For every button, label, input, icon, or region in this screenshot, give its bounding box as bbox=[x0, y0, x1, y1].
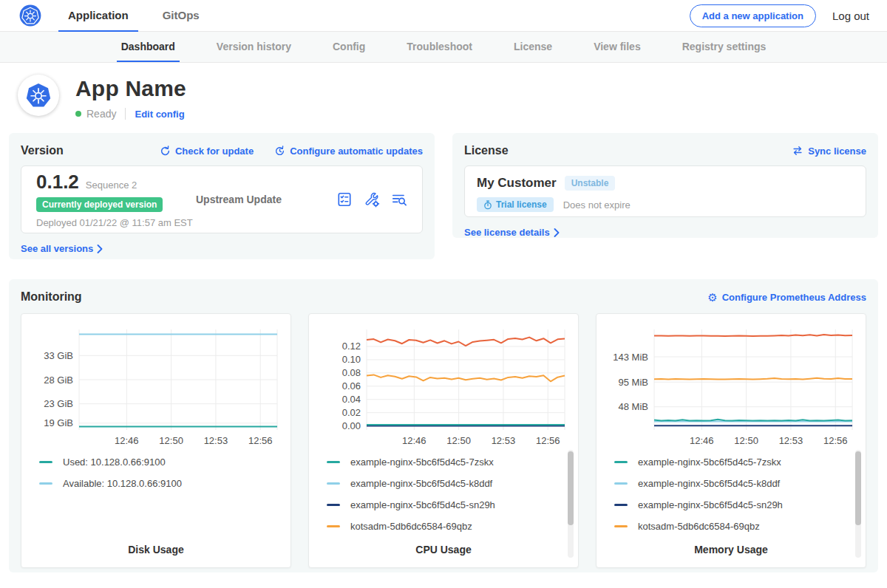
subnav-tab-dashboard[interactable]: Dashboard bbox=[101, 32, 196, 62]
svg-text:0.12: 0.12 bbox=[342, 341, 361, 352]
legend-scrollbar[interactable] bbox=[855, 450, 861, 558]
legend-label: example-nginx-5bc6f5d4c5-sn29h bbox=[638, 499, 783, 510]
legend-swatch bbox=[327, 504, 340, 506]
svg-text:12:56: 12:56 bbox=[823, 435, 848, 446]
svg-text:95 MiB: 95 MiB bbox=[619, 377, 648, 388]
legend-item: Available: 10.128.0.66:9100 bbox=[39, 473, 290, 494]
legend-scrollbar-thumb[interactable] bbox=[568, 451, 574, 525]
chart-card-memory-usage: 12:4612:5012:5312:56143 MiB95 MiB48 MiBe… bbox=[596, 313, 866, 568]
stopwatch-icon bbox=[483, 200, 492, 210]
legend-item: example-nginx-5bc6f5d4c5-7zskx bbox=[327, 451, 578, 473]
trial-license-badge: Trial license bbox=[477, 197, 554, 212]
version-card: Version Check for update Configure au bbox=[9, 133, 435, 259]
legend-item: kotsadm-5db6dc6584-69qbz bbox=[327, 516, 578, 537]
chart-plot: 12:4612:5012:5312:560.120.100.080.060.04… bbox=[313, 321, 574, 448]
configure-prometheus-link[interactable]: ⚙ Configure Prometheus Address bbox=[707, 292, 866, 303]
app-sub-nav: DashboardVersion historyConfigTroublesho… bbox=[0, 32, 887, 63]
subnav-tab-version-history[interactable]: Version history bbox=[196, 32, 312, 62]
svg-text:12:53: 12:53 bbox=[779, 435, 803, 446]
chart-title: Memory Usage bbox=[597, 544, 866, 555]
subnav-tab-registry-settings[interactable]: Registry settings bbox=[662, 32, 787, 62]
legend-swatch bbox=[327, 482, 340, 485]
charts-row: 12:4612:5012:5312:5633 GiB28 GiB23 GiB19… bbox=[21, 313, 866, 568]
topnav-tab-application[interactable]: Application bbox=[68, 0, 129, 32]
gear-icon: ⚙ bbox=[707, 292, 717, 303]
legend-swatch bbox=[327, 525, 340, 527]
svg-text:12:50: 12:50 bbox=[734, 435, 758, 446]
svg-text:12:50: 12:50 bbox=[159, 435, 183, 446]
kubernetes-logo-icon bbox=[19, 4, 41, 27]
legend-scrollbar-thumb[interactable] bbox=[855, 451, 861, 525]
svg-text:48 MiB: 48 MiB bbox=[619, 401, 648, 412]
chart-card-cpu-usage: 12:4612:5012:5312:560.120.100.080.060.04… bbox=[308, 313, 579, 568]
legend-item: example-nginx-5bc6f5d4c5-k8ddf bbox=[614, 473, 866, 494]
subnav-tab-config[interactable]: Config bbox=[312, 32, 386, 62]
version-number: 0.1.2 bbox=[36, 171, 79, 194]
svg-text:12:53: 12:53 bbox=[492, 435, 516, 446]
customer-name: My Customer bbox=[477, 176, 557, 191]
license-summary-row: My Customer Unstable Trial license Does … bbox=[464, 165, 866, 217]
chart-card-disk-usage: 12:4612:5012:5312:5633 GiB28 GiB23 GiB19… bbox=[21, 313, 291, 568]
legend-swatch bbox=[614, 504, 628, 506]
legend-scrollbar[interactable] bbox=[568, 450, 574, 558]
edit-config-link[interactable]: Edit config bbox=[135, 109, 184, 120]
legend-label: example-nginx-5bc6f5d4c5-sn29h bbox=[350, 499, 495, 510]
svg-text:0.04: 0.04 bbox=[342, 394, 361, 405]
svg-text:12:56: 12:56 bbox=[248, 435, 273, 446]
see-license-details-link[interactable]: See license details bbox=[464, 227, 866, 238]
svg-text:0.10: 0.10 bbox=[342, 354, 361, 365]
svg-text:19 GiB: 19 GiB bbox=[44, 417, 73, 428]
legend-label: Used: 10.128.0.66:9100 bbox=[63, 457, 166, 468]
logout-link[interactable]: Log out bbox=[832, 10, 869, 22]
sync-arrows-icon bbox=[792, 146, 803, 156]
legend-item: kotsadm-5db6dc6584-69qbz bbox=[614, 516, 866, 537]
legend-item: example-nginx-5bc6f5d4c5-k8ddf bbox=[327, 473, 578, 494]
divider bbox=[125, 108, 126, 120]
svg-text:143 MiB: 143 MiB bbox=[613, 352, 648, 363]
diff-search-icon[interactable] bbox=[391, 191, 407, 208]
svg-text:33 GiB: 33 GiB bbox=[44, 350, 73, 361]
subnav-tab-license[interactable]: License bbox=[493, 32, 573, 62]
chart-legend: example-nginx-5bc6f5d4c5-7zskxexample-ng… bbox=[327, 451, 578, 537]
legend-swatch bbox=[614, 461, 628, 463]
chart-title: Disk Usage bbox=[21, 544, 290, 555]
svg-text:12:56: 12:56 bbox=[536, 435, 560, 446]
refresh-icon bbox=[160, 146, 171, 157]
svg-text:28 GiB: 28 GiB bbox=[44, 375, 73, 386]
subnav-tab-troubleshoot[interactable]: Troubleshoot bbox=[386, 32, 493, 62]
sync-license-link[interactable]: Sync license bbox=[792, 146, 866, 157]
svg-text:12:50: 12:50 bbox=[446, 435, 471, 446]
deployed-timestamp: Deployed 01/21/22 @ 11:57 am EST bbox=[36, 217, 193, 228]
svg-text:12:46: 12:46 bbox=[690, 435, 714, 446]
chevron-right-icon bbox=[97, 245, 103, 253]
svg-text:12:46: 12:46 bbox=[402, 435, 426, 446]
legend-swatch bbox=[39, 461, 52, 463]
config-wrench-icon[interactable] bbox=[364, 191, 380, 208]
legend-item: example-nginx-5bc6f5d4c5-sn29h bbox=[327, 494, 578, 516]
status-dot bbox=[75, 111, 81, 117]
legend-swatch bbox=[614, 482, 628, 485]
monitoring-section: Monitoring ⚙ Configure Prometheus Addres… bbox=[9, 279, 878, 572]
app-header: App Name Ready Edit config bbox=[0, 63, 887, 130]
legend-item: Used: 10.128.0.66:9100 bbox=[39, 451, 290, 473]
svg-text:0.02: 0.02 bbox=[342, 407, 361, 418]
schedule-refresh-icon bbox=[274, 146, 285, 157]
svg-text:0.08: 0.08 bbox=[342, 367, 361, 378]
expiry-text: Does not expire bbox=[563, 199, 631, 211]
svg-text:12:46: 12:46 bbox=[115, 435, 139, 446]
svg-text:0.06: 0.06 bbox=[342, 380, 361, 392]
subnav-tab-view-files[interactable]: View files bbox=[573, 32, 662, 62]
check-for-update-link[interactable]: Check for update bbox=[160, 146, 254, 157]
see-all-versions-link[interactable]: See all versions bbox=[21, 243, 423, 254]
legend-label: example-nginx-5bc6f5d4c5-7zskx bbox=[350, 457, 494, 468]
legend-label: kotsadm-5db6dc6584-69qbz bbox=[638, 521, 760, 532]
preflight-checklist-icon[interactable] bbox=[336, 191, 353, 208]
legend-label: example-nginx-5bc6f5d4c5-k8ddf bbox=[350, 478, 492, 489]
add-application-button[interactable]: Add a new application bbox=[690, 4, 816, 27]
topnav-tab-gitops[interactable]: GitOps bbox=[163, 0, 200, 32]
configure-automatic-updates-link[interactable]: Configure automatic updates bbox=[274, 146, 423, 157]
license-card: License Sync license My Customer Unstabl… bbox=[452, 133, 878, 238]
sequence-label: Sequence 2 bbox=[86, 180, 137, 191]
legend-label: example-nginx-5bc6f5d4c5-k8ddf bbox=[638, 478, 780, 489]
legend-swatch bbox=[614, 525, 628, 527]
